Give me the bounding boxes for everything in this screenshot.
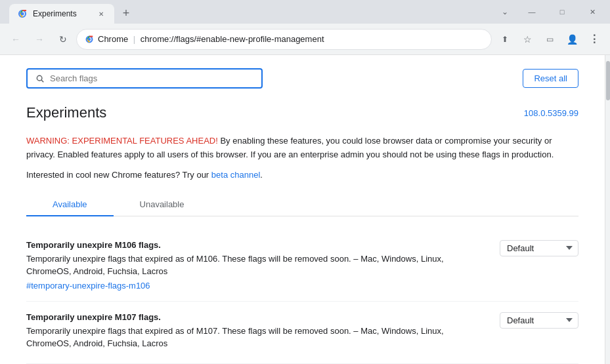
tab-unavailable[interactable]: Unavailable	[114, 193, 211, 216]
page-title: Experiments	[26, 104, 106, 121]
close-button[interactable]: ✕	[577, 3, 607, 21]
flag-info-m106: Temporarily unexpire M106 flags. Tempora…	[26, 240, 487, 291]
maximize-button[interactable]: □	[547, 3, 577, 21]
flag-control-m107: Default Enabled Disabled	[500, 312, 578, 329]
address-text: Chrome | chrome://flags/#enable-new-prof…	[98, 34, 483, 44]
interest-label: Interested in cool new Chrome features? …	[26, 170, 211, 180]
scrollbar-thumb[interactable]	[606, 61, 610, 100]
svg-point-4	[37, 75, 42, 81]
title-bar: Experiments ✕ + ⌄ — □ ✕	[0, 0, 610, 24]
flag-link-m106[interactable]: #temporary-unexpire-flags-m106	[26, 281, 150, 291]
tab-search-button[interactable]: ⌄	[496, 3, 514, 21]
reset-all-button[interactable]: Reset all	[523, 69, 578, 88]
profile-button[interactable]: 👤	[561, 29, 582, 50]
share-button[interactable]: ⬆	[494, 29, 515, 50]
media-button[interactable]: ▭	[539, 29, 560, 50]
flag-select-m106[interactable]: Default Enabled Disabled	[500, 240, 578, 256]
new-tab-button[interactable]: +	[117, 4, 135, 22]
flag-item-m106: Temporarily unexpire M106 flags. Tempora…	[26, 230, 578, 302]
search-input-wrap	[26, 68, 263, 89]
flag-item-m107: Temporarily unexpire M107 flags. Tempora…	[26, 302, 578, 364]
bookmark-button[interactable]: ☆	[517, 29, 538, 50]
window-controls: — □ ✕	[514, 3, 610, 21]
chrome-tab-icon	[17, 9, 28, 19]
refresh-button[interactable]: ↻	[53, 29, 74, 50]
search-bar-row: Reset all	[26, 68, 578, 89]
flag-select-m107[interactable]: Default Enabled Disabled	[500, 312, 578, 329]
tab-close-button[interactable]: ✕	[96, 9, 106, 19]
tab-overflow-controls: ⌄	[496, 3, 514, 21]
site-icon	[85, 35, 94, 44]
tabs-row: Available Unavailable	[26, 193, 578, 216]
flag-info-m107: Temporarily unexpire M107 flags. Tempora…	[26, 312, 487, 353]
back-button[interactable]: ←	[5, 29, 26, 50]
search-icon	[35, 74, 45, 83]
svg-line-5	[41, 80, 43, 82]
flag-desc-m107: Temporarily unexpire flags that expired …	[26, 325, 487, 350]
menu-button[interactable]: ⋮	[584, 29, 605, 50]
tab-strip: Experiments ✕ +	[0, 0, 496, 24]
nav-bar: ← → ↻ Chrome | chrome://flags/#enable-ne…	[0, 24, 610, 55]
flag-control-m106: Default Enabled Disabled	[500, 240, 578, 256]
address-chrome-label: Chrome	[98, 34, 128, 44]
svg-point-1	[21, 12, 24, 16]
warning-text: WARNING: EXPERIMENTAL FEATURES AHEAD! By…	[26, 134, 578, 162]
content-area: Reset all Experiments 108.0.5359.99 WARN…	[0, 55, 605, 364]
nav-action-buttons: ⬆ ☆ ▭ 👤 ⋮	[494, 29, 605, 50]
interest-text: Interested in cool new Chrome features? …	[26, 170, 578, 180]
beta-channel-link[interactable]: beta channel	[211, 170, 260, 180]
title-row: Experiments 108.0.5359.99	[26, 104, 578, 127]
interest-period: .	[260, 170, 263, 180]
flag-title-m106: Temporarily unexpire M106 flags.	[26, 240, 487, 250]
address-bar[interactable]: Chrome | chrome://flags/#enable-new-prof…	[76, 29, 492, 50]
svg-point-3	[88, 37, 91, 40]
flag-title-m107: Temporarily unexpire M107 flags.	[26, 312, 487, 322]
scrollbar[interactable]	[605, 55, 610, 364]
forward-button[interactable]: →	[29, 29, 50, 50]
tab-label: Experiments	[33, 9, 91, 18]
search-input[interactable]	[50, 73, 253, 83]
flag-desc-m106: Temporarily unexpire flags that expired …	[26, 253, 487, 278]
active-tab[interactable]: Experiments ✕	[9, 4, 114, 24]
version-number: 108.0.5359.99	[524, 108, 578, 118]
warning-bold: WARNING: EXPERIMENTAL FEATURES AHEAD!	[26, 136, 218, 146]
tab-available[interactable]: Available	[26, 193, 114, 216]
address-url: chrome://flags/#enable-new-profile-manag…	[141, 34, 324, 44]
main-content: Reset all Experiments 108.0.5359.99 WARN…	[0, 55, 610, 364]
minimize-button[interactable]: —	[517, 3, 547, 21]
